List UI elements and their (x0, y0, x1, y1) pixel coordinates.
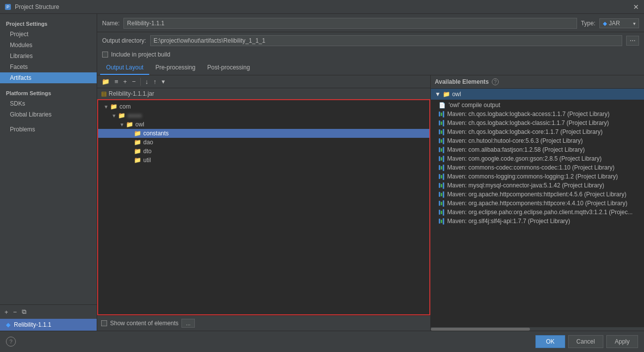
maven-icon-7 (439, 174, 444, 180)
tree-add-btn[interactable]: + (122, 77, 129, 86)
available-label-12: Maven: org.slf4j:slf4j-api:1.7.7 (Projec… (447, 218, 570, 225)
tree-tool-folder-btn[interactable]: 📁 (100, 77, 111, 86)
maven-icon-8 (439, 182, 444, 189)
remove-artifact-btn[interactable]: − (12, 307, 19, 317)
expand-com-icon: ▼ (102, 104, 110, 110)
add-artifact-btn[interactable]: + (3, 307, 10, 317)
name-input[interactable] (123, 18, 577, 29)
type-select[interactable]: ◆ JAR ▾ (599, 18, 639, 28)
maven-icon-4 (439, 147, 444, 153)
bottom-buttons: OK Cancel Apply (535, 335, 638, 348)
expand-middle-icon: ▼ (110, 113, 118, 118)
available-item-1[interactable]: Maven: ch.qos.logback:logback-classic:1.… (431, 118, 644, 127)
tree-node-dao[interactable]: 📁 dao (98, 138, 429, 147)
include-checkbox[interactable] (102, 52, 108, 58)
sidebar-item-artifacts[interactable]: Artifacts (0, 72, 97, 83)
expand-owl-icon: ▼ (118, 122, 126, 127)
sidebar-item-facets[interactable]: Facets (0, 61, 97, 72)
bottom-row: ? OK Cancel Apply (0, 331, 644, 352)
available-item-compile-output[interactable]: 📄 'owl' compile output (431, 101, 644, 110)
available-item-7[interactable]: Maven: commons-logging:commons-logging:1… (431, 172, 644, 181)
tree-tool-list-btn[interactable]: ≡ (113, 77, 120, 86)
project-settings-header: Project Settings (0, 18, 97, 29)
sidebar: Project Settings Project Modules Librari… (0, 14, 97, 331)
sidebar-item-global-libraries[interactable]: Global Libraries (0, 109, 97, 120)
available-item-5[interactable]: Maven: com.google.code.gson:gson:2.8.5 (… (431, 154, 644, 163)
output-dir-input[interactable] (150, 35, 622, 46)
tree-node-com[interactable]: ▼ 📁 com (98, 102, 429, 111)
maven-icon-12 (439, 218, 444, 225)
available-label-7: Maven: commons-logging:commons-logging:1… (447, 173, 618, 180)
copy-artifact-btn[interactable]: ⧉ (20, 307, 28, 317)
tree-node-middle[interactable]: ▼ 📁 ●●●● (98, 111, 429, 120)
show-content-button[interactable]: ... (181, 319, 195, 328)
sidebar-item-problems[interactable]: Problems (0, 124, 97, 135)
tab-post-processing[interactable]: Post-processing (201, 61, 256, 75)
scrollbar-thumb (431, 328, 530, 331)
ok-button[interactable]: OK (535, 335, 565, 348)
output-dir-label: Output directory: (102, 37, 146, 44)
available-item-6[interactable]: Maven: commons-codec:commons-codec:1.10 … (431, 163, 644, 172)
name-row: Name: Type: ◆ JAR ▾ (97, 14, 644, 32)
available-item-3[interactable]: Maven: cn.hutool:hutool-core:5.6.3 (Proj… (431, 136, 644, 145)
main-layout: Project Settings Project Modules Librari… (0, 14, 644, 331)
available-item-8[interactable]: Maven: mysql:mysql-connector-java:5.1.42… (431, 181, 644, 190)
available-help-icon[interactable]: ? (492, 78, 499, 85)
tab-pre-processing[interactable]: Pre-processing (149, 61, 201, 75)
artifact-list-item[interactable]: ◆ Relibility-1.1.1 (0, 319, 97, 331)
available-item-2[interactable]: Maven: ch.qos.logback:logback-core:1.1.7… (431, 127, 644, 136)
available-item-0[interactable]: Maven: ch.qos.logback:logback-access:1.1… (431, 110, 644, 118)
folder-dao-icon: 📁 (134, 139, 141, 146)
tree-content: ▼ 📁 com ▼ 📁 ●●●● ▼ 📁 (97, 99, 430, 315)
platform-settings-header: Platform Settings (0, 87, 97, 98)
available-item-4[interactable]: Maven: com.alibaba:fastjson:1.2.58 (Proj… (431, 145, 644, 154)
sidebar-item-project[interactable]: Project (0, 29, 97, 40)
sidebar-item-sdks[interactable]: SDKs (0, 98, 97, 109)
show-content-checkbox[interactable] (101, 320, 107, 326)
artifact-tree-panel: 📁 ≡ + − ↓ ↑ ▾ ▤ Relibility-1.1.1.jar (97, 75, 431, 331)
tree-up-btn[interactable]: ↑ (152, 77, 158, 86)
sidebar-item-libraries[interactable]: Libraries (0, 51, 97, 61)
maven-icon-2 (439, 129, 444, 135)
maven-icon-3 (439, 138, 444, 144)
available-root-folder-icon: 📁 (443, 91, 450, 98)
tree-node-util[interactable]: 📁 util (98, 156, 429, 165)
available-scrollbar[interactable] (431, 327, 644, 331)
tree-node-constants[interactable]: 📁 constants (98, 129, 429, 138)
maven-icon-9 (439, 191, 444, 198)
maven-icon-0 (439, 111, 444, 117)
node-constants-label: constants (143, 130, 169, 137)
cancel-button[interactable]: Cancel (568, 335, 603, 348)
include-label: Include in project build (111, 51, 170, 58)
available-label-10: Maven: org.apache.httpcomponents:httpcor… (447, 200, 628, 207)
available-item-10[interactable]: Maven: org.apache.httpcomponents:httpcor… (431, 199, 644, 208)
tree-remove-btn[interactable]: − (130, 77, 137, 86)
folder-constants-icon: 📁 (134, 130, 141, 137)
available-elements-header: Available Elements ? (431, 75, 644, 89)
tab-output-layout[interactable]: Output Layout (100, 61, 149, 75)
tree-node-owl[interactable]: ▼ 📁 owl (98, 120, 429, 129)
available-label-2: Maven: ch.qos.logback:logback-core:1.1.7… (447, 128, 602, 135)
toolbar-separator (140, 78, 141, 86)
app-icon: P (4, 3, 12, 11)
help-button[interactable]: ? (6, 337, 16, 347)
available-item-9[interactable]: Maven: org.apache.httpcomponents:httpcli… (431, 190, 644, 199)
apply-button[interactable]: Apply (606, 335, 638, 348)
available-item-11[interactable]: Maven: org.eclipse.paho:org.eclipse.paho… (431, 208, 644, 217)
available-root-header[interactable]: ▼ 📁 owl (431, 89, 644, 100)
tree-node-dto[interactable]: 📁 dto (98, 147, 429, 156)
sidebar-item-modules[interactable]: Modules (0, 40, 97, 51)
maven-icon-6 (439, 165, 444, 171)
close-button[interactable]: ✕ (632, 3, 640, 11)
maven-icon-11 (439, 209, 444, 216)
jar-icon: ▤ (101, 90, 107, 97)
node-com-label: com (119, 103, 131, 110)
tree-down-btn[interactable]: ▾ (160, 77, 167, 86)
title-bar-text: Project Structure (15, 3, 632, 10)
jar-label: Relibility-1.1.1.jar (109, 90, 154, 97)
available-label-8: Maven: mysql:mysql-connector-java:5.1.42… (447, 182, 604, 189)
browse-dir-button[interactable]: ⋯ (626, 36, 639, 46)
tree-sort-btn[interactable]: ↓ (144, 77, 150, 86)
available-item-12[interactable]: Maven: org.slf4j:slf4j-api:1.7.7 (Projec… (431, 217, 644, 226)
type-label: Type: (581, 20, 595, 27)
